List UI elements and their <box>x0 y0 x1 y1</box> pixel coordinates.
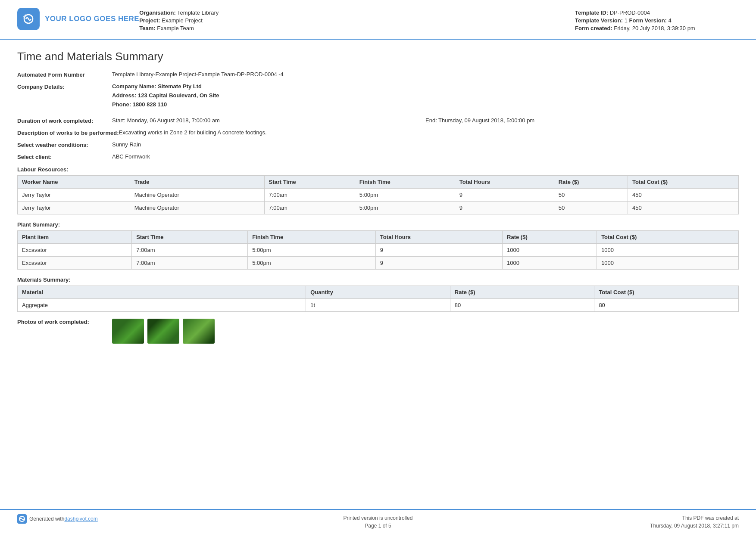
org-line: Organisation: Template Library <box>139 9 575 16</box>
template-version-label: Template Version: <box>575 17 623 24</box>
table-cell: Machine Operator <box>130 202 264 214</box>
plant-table: Plant item Start Time Finish Time Total … <box>17 230 739 270</box>
table-cell: 7:00am <box>264 189 355 202</box>
duration-label: Duration of work completed: <box>17 117 112 124</box>
photos-label: Photos of work completed: <box>17 319 112 325</box>
photos-container <box>112 319 215 344</box>
table-cell: Jerry Taylor <box>18 189 130 202</box>
table-cell: 80 <box>594 299 739 312</box>
doc-title: Time and Materials Summary <box>17 50 739 63</box>
table-row: Aggregate1t8080 <box>18 299 739 312</box>
duration-row: Duration of work completed: Start: Monda… <box>17 117 739 124</box>
plant-col-cost: Total Cost ($) <box>597 231 739 244</box>
table-cell: 5:00pm <box>248 244 376 257</box>
project-value: Example Project <box>162 17 203 24</box>
duration-end: End: Thursday, 09 August 2018, 5:00:00 p… <box>425 117 739 124</box>
table-cell: 50 <box>554 189 628 202</box>
duration-start: Start: Monday, 06 August 2018, 7:00:00 a… <box>112 117 425 124</box>
table-row: Excavator7:00am5:00pm910001000 <box>18 244 739 257</box>
labour-header-row: Worker Name Trade Start Time Finish Time… <box>18 176 739 189</box>
main-content: Time and Materials Summary Automated For… <box>0 40 756 509</box>
table-cell: 7:00am <box>264 202 355 214</box>
table-cell: 7:00am <box>132 244 248 257</box>
template-id-line: Template ID: DP-PROD-0004 <box>575 9 739 16</box>
company-address: Address: 123 Capital Boulevard, On Site <box>112 92 739 99</box>
project-label: Project: <box>139 17 160 24</box>
table-cell: 450 <box>628 202 738 214</box>
materials-table: Material Quantity Rate ($) Total Cost ($… <box>17 286 739 312</box>
materials-header-row: Material Quantity Rate ($) Total Cost ($… <box>18 286 739 299</box>
automated-form-value: Template Library-Example Project-Example… <box>112 71 739 78</box>
labour-table: Worker Name Trade Start Time Finish Time… <box>17 175 739 214</box>
project-line: Project: Example Project <box>139 17 575 24</box>
footer-print-notice: Printed version is uncontrolled <box>172 514 584 522</box>
form-created-line: Form created: Friday, 20 July 2018, 3:39… <box>575 25 739 31</box>
table-cell: 1000 <box>597 244 739 257</box>
footer-left: Generated with dashpivot.com <box>17 514 172 524</box>
automated-form-row: Automated Form Number Template Library-E… <box>17 71 739 78</box>
plant-header-row: Plant item Start Time Finish Time Total … <box>18 231 739 244</box>
table-cell: 5:00pm <box>355 202 455 214</box>
company-details-label: Company Details: <box>17 83 112 90</box>
footer-page-label: Page 1 of 5 <box>172 522 584 530</box>
table-row: Jerry TaylorMachine Operator7:00am5:00pm… <box>18 202 739 214</box>
table-cell: 9 <box>375 257 502 270</box>
labour-section-label: Labour Resources: <box>17 166 739 173</box>
duration-values: Start: Monday, 06 August 2018, 7:00:00 a… <box>112 117 739 124</box>
labour-col-trade: Trade <box>130 176 264 189</box>
plant-col-finish: Finish Time <box>248 231 376 244</box>
automated-form-label: Automated Form Number <box>17 71 112 78</box>
form-version-label: Form Version: <box>629 17 667 24</box>
photo-3 <box>183 319 215 344</box>
company-details-row: Company Details: Company Name: Sitemate … <box>17 83 739 108</box>
footer: Generated with dashpivot.com Printed ver… <box>0 509 756 534</box>
table-cell: 80 <box>450 299 594 312</box>
org-label: Organisation: <box>139 9 176 16</box>
labour-col-worker: Worker Name <box>18 176 130 189</box>
form-created-value: Friday, 20 July 2018, 3:39:30 pm <box>614 25 695 31</box>
template-version-value: 1 <box>625 17 628 24</box>
labour-col-finish: Finish Time <box>355 176 455 189</box>
company-name: Company Name: Sitemate Pty Ltd <box>112 83 739 90</box>
photo-2 <box>147 319 179 344</box>
table-cell: 450 <box>628 189 738 202</box>
materials-col-rate: Rate ($) <box>450 286 594 299</box>
template-id-value: DP-PROD-0004 <box>610 9 650 16</box>
plant-col-start: Start Time <box>132 231 248 244</box>
form-version-value: 4 <box>669 17 672 24</box>
footer-dashpivot-link[interactable]: dashpivot.com <box>64 516 97 522</box>
labour-col-start: Start Time <box>264 176 355 189</box>
client-value: ABC Formwork <box>112 153 739 160</box>
plant-col-item: Plant item <box>18 231 132 244</box>
table-cell: 1t <box>306 299 450 312</box>
table-cell: 1000 <box>597 257 739 270</box>
table-cell: 5:00pm <box>355 189 455 202</box>
template-id-label: Template ID: <box>575 9 608 16</box>
footer-logo-icon <box>17 514 27 524</box>
table-cell: 5:00pm <box>248 257 376 270</box>
plant-section-label: Plant Summary: <box>17 221 739 228</box>
footer-pdf-created-value: Thursday, 09 August 2018, 3:27:11 pm <box>584 522 739 530</box>
footer-generated-text: Generated with <box>29 516 64 522</box>
team-value: Example Team <box>157 25 194 31</box>
weather-label: Select weather conditions: <box>17 141 112 148</box>
table-cell: 9 <box>375 244 502 257</box>
materials-col-cost: Total Cost ($) <box>594 286 739 299</box>
table-cell: 50 <box>554 202 628 214</box>
table-cell: Excavator <box>18 244 132 257</box>
labour-col-rate: Rate ($) <box>554 176 628 189</box>
weather-row: Select weather conditions: Sunny Rain <box>17 141 739 148</box>
description-value: Excavating works in Zone 2 for building … <box>119 129 739 136</box>
table-cell: Machine Operator <box>130 189 264 202</box>
org-value: Template Library <box>177 9 219 16</box>
weather-value: Sunny Rain <box>112 141 739 148</box>
table-cell: Jerry Taylor <box>18 202 130 214</box>
materials-col-material: Material <box>18 286 306 299</box>
logo-icon <box>17 8 40 30</box>
labour-col-cost: Total Cost ($) <box>628 176 738 189</box>
logo-section: YOUR LOGO GOES HERE <box>17 8 139 30</box>
table-cell: 1000 <box>503 257 597 270</box>
team-label: Team: <box>139 25 155 31</box>
team-line: Team: Example Team <box>139 25 575 31</box>
form-created-label: Form created: <box>575 25 612 31</box>
